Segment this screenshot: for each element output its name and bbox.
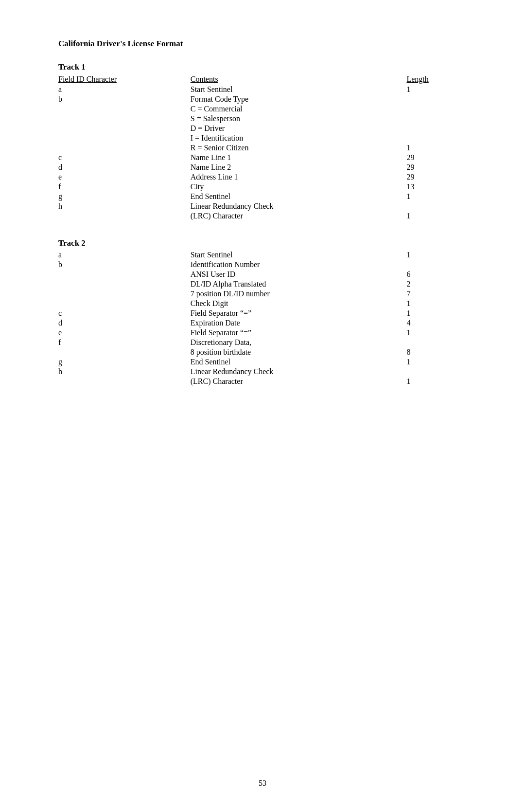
table-row: I = Identification [58,133,467,143]
cell-contents: Start Sentinel [191,250,407,260]
cell-field [58,299,191,308]
cell-field [58,133,191,143]
cell-contents: City [191,182,407,192]
cell-contents: Linear Redundancy Check [191,201,407,211]
cell-length [406,133,467,143]
cell-contents: C = Commercial [191,104,407,114]
table-row: hLinear Redundancy Check [58,367,467,377]
cell-contents: DL/ID Alpha Translated [191,279,407,289]
cell-field: a [58,250,191,260]
cell-length [406,338,467,347]
cell-contents: Identification Number [191,260,407,270]
cell-contents: Field Separator “=” [191,308,407,318]
cell-contents: Check Digit [191,299,407,308]
track1-header-row: Field ID Character Contents Length [58,74,467,85]
cell-contents: Field Separator “=” [191,328,407,338]
cell-field: d [58,162,191,172]
page-title: California Driver's License Format [58,39,467,49]
table-row: cName Line 129 [58,153,467,162]
table-row: 7 position DL/ID number7 [58,289,467,299]
table-row: dExpiration Date4 [58,318,467,328]
cell-field: e [58,172,191,182]
cell-field [58,211,191,221]
cell-length: 13 [406,182,467,192]
cell-contents: I = Identification [191,133,407,143]
cell-length: 1 [406,377,467,386]
cell-field: g [58,192,191,201]
track2-title: Track 2 [58,238,467,248]
cell-field [58,377,191,386]
cell-contents: Expiration Date [191,318,407,328]
cell-field [58,347,191,357]
cell-length [406,124,467,133]
table-row: gEnd Sentinel1 [58,192,467,201]
table-row: aStart Sentinel1 [58,85,467,94]
cell-contents: End Sentinel [191,357,407,367]
cell-field: b [58,94,191,104]
table-row: aStart Sentinel1 [58,250,467,260]
table-row: C = Commercial [58,104,467,114]
table-row: (LRC) Character1 [58,211,467,221]
cell-length [406,201,467,211]
cell-field: c [58,153,191,162]
track1-table: Field ID Character Contents Length aStar… [58,74,467,221]
table-row: 8 position birthdate8 [58,347,467,357]
table-row: S = Salesperson [58,114,467,124]
cell-field [58,104,191,114]
header-contents: Contents [191,74,407,85]
cell-length: 6 [406,270,467,279]
cell-contents: Linear Redundancy Check [191,367,407,377]
cell-length: 1 [406,192,467,201]
track2-table: aStart Sentinel1bIdentification NumberAN… [58,250,467,386]
cell-contents: Address Line 1 [191,172,407,182]
cell-length: 1 [406,299,467,308]
page-number: 53 [259,779,266,788]
cell-field [58,279,191,289]
cell-contents: Discretionary Data, [191,338,407,347]
table-row: bFormat Code Type [58,94,467,104]
table-row: Check Digit1 [58,299,467,308]
cell-length: 1 [406,250,467,260]
cell-field: c [58,308,191,318]
cell-field: d [58,318,191,328]
table-row: hLinear Redundancy Check [58,201,467,211]
cell-length: 4 [406,318,467,328]
cell-contents: (LRC) Character [191,211,407,221]
cell-field: h [58,367,191,377]
cell-field: f [58,182,191,192]
cell-contents: S = Salesperson [191,114,407,124]
cell-field: e [58,328,191,338]
cell-length: 29 [406,153,467,162]
table-row: fCity13 [58,182,467,192]
cell-field [58,143,191,153]
cell-length: 1 [406,143,467,153]
cell-length: 1 [406,357,467,367]
cell-contents: Name Line 1 [191,153,407,162]
cell-field [58,289,191,299]
table-row: bIdentification Number [58,260,467,270]
cell-contents: End Sentinel [191,192,407,201]
cell-contents: 7 position DL/ID number [191,289,407,299]
track1-title: Track 1 [58,62,467,72]
cell-length [406,367,467,377]
cell-length [406,94,467,104]
table-row: D = Driver [58,124,467,133]
cell-length: 2 [406,279,467,289]
cell-length: 8 [406,347,467,357]
cell-contents: Name Line 2 [191,162,407,172]
cell-field: a [58,85,191,94]
cell-field [58,270,191,279]
cell-contents: ANSI User ID [191,270,407,279]
cell-length [406,114,467,124]
table-row: dName Line 229 [58,162,467,172]
cell-field [58,114,191,124]
cell-length: 29 [406,162,467,172]
table-row: (LRC) Character1 [58,377,467,386]
cell-length: 1 [406,85,467,94]
cell-contents: (LRC) Character [191,377,407,386]
cell-field: f [58,338,191,347]
table-row: ANSI User ID6 [58,270,467,279]
cell-length [406,104,467,114]
cell-length: 1 [406,211,467,221]
table-row: eField Separator “=”1 [58,328,467,338]
